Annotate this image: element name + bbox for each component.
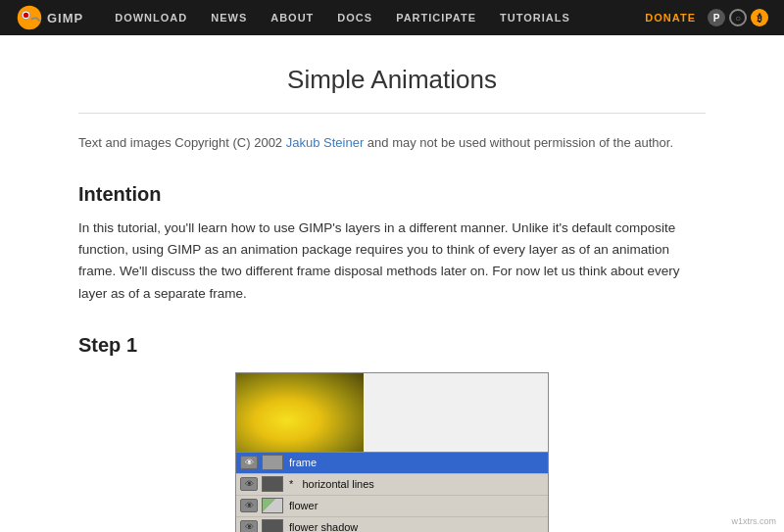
- watermark: w1xtrs.com: [731, 516, 776, 526]
- bitcoin-icon[interactable]: ₿: [751, 9, 768, 26]
- nav-payment-icons: P ○ ₿: [708, 9, 768, 26]
- main-nav: GIMP DOWNLOAD NEWS ABOUT DOCS PARTICIPAT…: [0, 0, 784, 35]
- flower-thumbnail: [236, 373, 364, 452]
- step1-heading: Step 1: [78, 334, 706, 357]
- layer-thumb-shadow: [262, 519, 283, 532]
- layer-thumb-flower: [262, 498, 283, 513]
- paypal-icon[interactable]: P: [708, 9, 725, 26]
- layer-thumb-frame: [262, 455, 283, 470]
- layer-name-flower: flower: [289, 500, 318, 511]
- title-divider: [78, 113, 706, 114]
- nav-tutorials[interactable]: TUTORIALS: [488, 0, 582, 35]
- step1-image-area: frame * horizontal lines flower: [78, 372, 706, 532]
- eye-icon-flower[interactable]: [240, 499, 258, 512]
- layers-list: frame * horizontal lines flower: [236, 452, 548, 532]
- intention-heading: Intention: [78, 183, 706, 206]
- nav-news[interactable]: NEWS: [199, 0, 259, 35]
- copyright-suffix: and may not be used without permission o…: [364, 135, 673, 150]
- nav-links: DOWNLOAD NEWS ABOUT DOCS PARTICIPATE TUT…: [103, 0, 633, 35]
- eye-icon-hlines[interactable]: [240, 477, 258, 491]
- layer-name-frame: frame: [289, 457, 317, 468]
- layer-name-shadow: flower shadow: [289, 521, 358, 532]
- image-row: [236, 373, 548, 452]
- copyright-block: Text and images Copyright (C) 2002 Jakub…: [78, 133, 706, 154]
- logo-text: GIMP: [47, 11, 83, 25]
- layers-panel: frame * horizontal lines flower: [235, 372, 549, 532]
- canvas-area: [364, 373, 548, 452]
- eye-icon-frame[interactable]: [240, 456, 258, 469]
- svg-point-2: [24, 13, 28, 18]
- layer-row-shadow[interactable]: flower shadow: [236, 517, 548, 532]
- nav-participate[interactable]: PARTICIPATE: [384, 0, 488, 35]
- copyright-author-link[interactable]: Jakub Steiner: [286, 135, 365, 150]
- eye-icon-shadow[interactable]: [240, 520, 258, 532]
- layer-row-hlines[interactable]: * horizontal lines: [236, 474, 548, 496]
- nav-download[interactable]: DOWNLOAD: [103, 0, 199, 35]
- page-title: Simple Animations: [78, 65, 706, 95]
- opencollective-icon[interactable]: ○: [729, 9, 747, 26]
- nav-about[interactable]: ABOUT: [259, 0, 325, 35]
- nav-donate[interactable]: DONATE: [633, 12, 708, 24]
- layer-row-flower[interactable]: flower: [236, 496, 548, 517]
- main-content: Simple Animations Text and images Copyri…: [59, 35, 725, 532]
- gimp-logo-icon: [16, 4, 43, 31]
- intention-text: In this tutorial, you'll learn how to us…: [78, 218, 706, 305]
- layer-name-hlines: * horizontal lines: [289, 478, 374, 490]
- layer-thumb-hlines: [262, 476, 283, 492]
- logo[interactable]: GIMP: [16, 4, 83, 31]
- layer-row-frame[interactable]: frame: [236, 453, 548, 474]
- nav-docs[interactable]: DOCS: [325, 0, 384, 35]
- copyright-prefix: Text and images Copyright (C) 2002: [78, 135, 286, 150]
